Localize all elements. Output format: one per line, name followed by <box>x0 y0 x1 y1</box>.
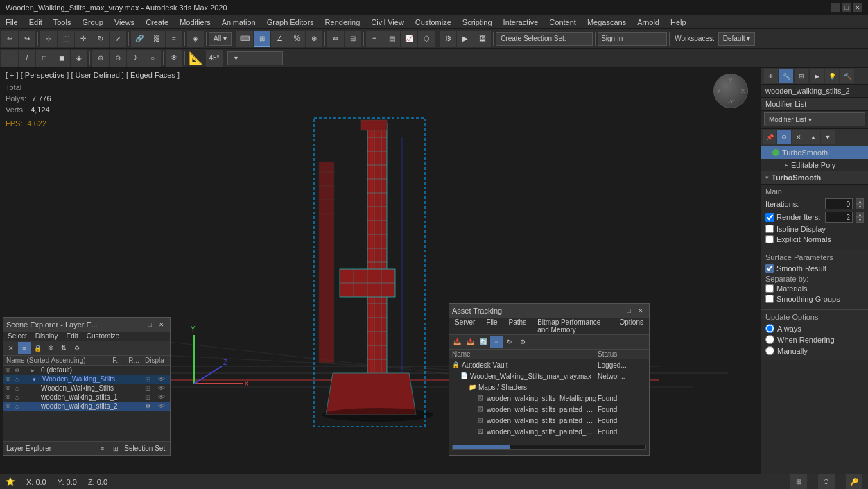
select-loop-button[interactable]: ⤸ <box>127 50 144 67</box>
se-close-button[interactable]: ✕ <box>156 319 167 330</box>
se-freeze-icon-1[interactable]: ◇ <box>15 376 24 383</box>
curve-editor-button[interactable]: 📈 <box>401 31 417 47</box>
se-sort-button[interactable]: ⇅ <box>58 342 70 354</box>
se-menu-select[interactable]: Select <box>3 332 31 341</box>
se-filter-button[interactable]: ✕ <box>5 342 17 354</box>
se-item-wwstilts-group[interactable]: 👁 ◇ ▾ Wooden_Walking_Stilts ⊞ 👁 <box>3 375 170 384</box>
right-panel-scroll[interactable]: ▾ TurboSmooth Main Iterations: ▴ ▾ <box>761 171 868 474</box>
viewport-nav-widget[interactable]: Y -Y X -X <box>713 74 755 115</box>
sign-in-input[interactable] <box>598 32 667 46</box>
percent-snap-button[interactable]: % <box>288 31 305 47</box>
scene-explorer-titlebar[interactable]: Scene Explorer - Layer E... ─ □ ✕ <box>3 318 170 332</box>
angle-snap-toggle[interactable]: 45° <box>206 50 223 67</box>
menu-edit[interactable]: Edit <box>24 15 48 28</box>
se-menu-customize[interactable]: Customize <box>83 332 123 341</box>
se-item-wws2[interactable]: 👁 ◇ wooden_walking_stilts_2 ❄ 👁 <box>3 402 170 411</box>
render-button[interactable]: ▶ <box>457 31 474 47</box>
link-button[interactable]: 🔗 <box>131 31 148 47</box>
at-item-maxfile[interactable]: 📄 Wooden_Walking_Stilts_max_vray.max Net… <box>449 370 649 381</box>
at-item-normal[interactable]: 🖼 wooden_walking_stilts_painted_Normal.p… <box>449 415 649 426</box>
se-lock-button[interactable]: 🔒 <box>31 342 44 354</box>
key-filters-button[interactable]: 🔑 <box>846 474 862 490</box>
at-menu-file[interactable]: File <box>480 318 503 334</box>
mod-delete-button[interactable]: ✕ <box>792 130 806 144</box>
menu-graph-editors[interactable]: Graph Editors <box>261 15 320 28</box>
time-config-button[interactable]: ⏱ <box>818 474 835 490</box>
angle-snap-button[interactable]: ∠ <box>271 31 288 47</box>
at-item-basecolor[interactable]: 🖼 wooden_walking_stilts_painted_BaseColo… <box>449 404 649 415</box>
mod-move-down-button[interactable]: ▼ <box>821 130 835 144</box>
se-eye-icon-1[interactable]: 👁 <box>5 376 15 383</box>
se-item-wws1[interactable]: 👁 ◇ wooden_walking_stilts_1 ⊞ 👁 <box>3 393 170 402</box>
at-tb-btn1[interactable]: 📥 <box>451 336 463 348</box>
explicit-normals-checkbox[interactable] <box>765 235 774 243</box>
at-tb-btn3[interactable]: 🔄 <box>477 336 489 348</box>
when-rendering-radio[interactable] <box>765 335 774 344</box>
se-restore-button[interactable]: □ <box>144 319 155 330</box>
shrink-selection-button[interactable]: ⊖ <box>110 50 126 67</box>
mod-move-up-button[interactable]: ▲ <box>806 130 820 144</box>
selection-filter-button[interactable]: ◈ <box>187 31 204 47</box>
undo-button[interactable]: ↩ <box>1 31 18 47</box>
panel-utilities-button[interactable]: 🔨 <box>840 69 854 83</box>
render-frame-window-button[interactable]: 🖼 <box>474 31 491 47</box>
iterations-spin-up[interactable]: ▴ <box>856 198 864 204</box>
menu-rendering[interactable]: Rendering <box>320 15 366 28</box>
panel-modify-button[interactable]: 🔧 <box>779 69 793 83</box>
menu-views[interactable]: Views <box>109 15 140 28</box>
panel-motion-button[interactable]: ▶ <box>810 69 824 83</box>
orientation-sphere[interactable]: Y -Y X -X <box>713 74 748 108</box>
schematic-view-button[interactable]: ⬡ <box>418 31 435 47</box>
menu-modifiers[interactable]: Modifiers <box>174 15 216 28</box>
at-close-button[interactable]: ✕ <box>635 305 646 316</box>
se-item-wwstilts-mesh[interactable]: 👁 ◇ Wooden_Walking_Stilts ⊞ 👁 <box>3 384 170 393</box>
modifier-item-editable-poly[interactable]: ▸ Editable Poly <box>761 159 868 171</box>
se-freeze-icon-0[interactable]: ❄ <box>15 367 24 374</box>
create-selection-set-input[interactable] <box>496 32 593 46</box>
render-iters-spin-up[interactable]: ▴ <box>856 212 864 217</box>
isoline-display-checkbox[interactable] <box>765 225 774 233</box>
subobj-border-button[interactable]: □ <box>36 50 53 67</box>
menu-customize[interactable]: Customize <box>410 15 457 28</box>
menu-create[interactable]: Create <box>140 15 174 28</box>
menu-megascans[interactable]: Megascans <box>582 15 632 28</box>
redo-button[interactable]: ↪ <box>19 31 35 47</box>
minimize-button[interactable]: ─ <box>831 3 840 12</box>
grow-selection-button[interactable]: ⊕ <box>92 50 109 67</box>
subobj-poly-button[interactable]: ◼ <box>53 50 70 67</box>
menu-content[interactable]: Content <box>544 15 582 28</box>
se-freeze-icon-3[interactable]: ◇ <box>15 394 24 401</box>
se-menu-display[interactable]: Display <box>31 332 62 341</box>
snaps-button[interactable]: ⊞ <box>254 31 270 47</box>
always-radio[interactable] <box>765 324 774 333</box>
menu-arnold[interactable]: Arnold <box>632 15 665 28</box>
render-iters-input[interactable] <box>825 212 853 223</box>
subobj-edge-button[interactable]: / <box>19 50 35 67</box>
panel-hierarchy-button[interactable]: ⊞ <box>795 69 808 83</box>
mod-configure-button[interactable]: ⚙ <box>777 130 791 144</box>
se-item-layer0[interactable]: 👁 ❄ ▸ 0 (default) <box>3 366 170 375</box>
select-object-button[interactable]: ⊹ <box>40 31 57 47</box>
grid-settings-button[interactable]: ⊞ <box>790 474 807 490</box>
modifier-item-turbosmooth[interactable]: TurboSmooth <box>761 146 868 159</box>
unlink-button[interactable]: ⛓ <box>148 31 165 47</box>
menu-help[interactable]: Help <box>665 15 692 28</box>
se-eye-icon-0[interactable]: 👁 <box>5 367 15 374</box>
se-options-button[interactable]: ⚙ <box>71 342 83 354</box>
select-ring-button[interactable]: ○ <box>144 50 161 67</box>
at-tb-btn4[interactable]: ≡ <box>490 336 503 348</box>
smoothing-groups-checkbox[interactable] <box>765 295 774 303</box>
se-eye-icon-4[interactable]: 👁 <box>5 403 15 410</box>
se-eye-icon-3[interactable]: 👁 <box>5 394 15 401</box>
se-footer-btn1[interactable]: ≡ <box>96 443 107 454</box>
rotate-button[interactable]: ↻ <box>92 31 109 47</box>
preview-button[interactable]: 👁 <box>166 50 182 67</box>
mod-pin-button[interactable]: 📌 <box>763 130 776 144</box>
scale-button[interactable]: ⤢ <box>110 31 126 47</box>
menu-scripting[interactable]: Scripting <box>457 15 498 28</box>
at-titlebar[interactable]: Asset Tracking □ ✕ <box>449 304 649 318</box>
at-item-metallic[interactable]: 🖼 wooden_walking_stilts_Metallic.png Fou… <box>449 393 649 404</box>
at-item-roughness[interactable]: 🖼 wooden_walking_stilts_painted_Roughnes… <box>449 426 649 437</box>
maximize-button[interactable]: □ <box>842 3 851 12</box>
at-menu-options[interactable]: Options <box>614 318 649 334</box>
